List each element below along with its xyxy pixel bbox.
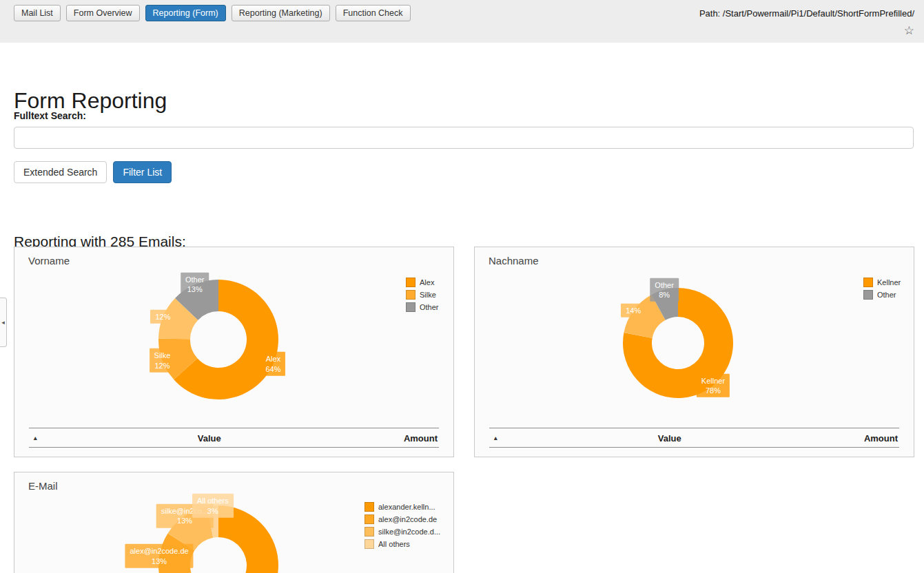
- legend-swatch-icon: [365, 514, 374, 524]
- chart-table-header: ▴ Value Amount: [29, 428, 439, 448]
- legend-item: All others: [365, 539, 440, 549]
- module-tabs: Mail List Form Overview Reporting (Form)…: [14, 5, 411, 21]
- frame-collapse-handle[interactable]: ◂: [0, 298, 7, 347]
- tab-mail-list[interactable]: Mail List: [14, 5, 61, 21]
- app-window: Mail List Form Overview Reporting (Form)…: [0, 0, 924, 573]
- slice-label: alex@in2code.de13%: [125, 544, 193, 568]
- legend-swatch-icon: [365, 502, 374, 512]
- legend-label: Silke: [420, 291, 436, 299]
- tab-form-overview[interactable]: Form Overview: [66, 5, 140, 21]
- slice-label: 12%: [150, 310, 175, 324]
- legend-label: Alex: [420, 278, 434, 286]
- legend-swatch-icon: [406, 278, 415, 287]
- slice-label: Alex64%: [260, 352, 285, 376]
- filter-list-button[interactable]: Filter List: [113, 161, 172, 183]
- search-buttons: Extended Search Filter List: [14, 161, 172, 183]
- legend-label: All others: [378, 540, 410, 548]
- legend-swatch-icon: [863, 290, 873, 300]
- legend-item: Kellner: [863, 278, 901, 287]
- legend-swatch-icon: [365, 539, 374, 549]
- chart-title: Nachname: [489, 255, 539, 267]
- chart-panel-vorname: Vorname AlexSilkeOther ▴ Value Amount Al…: [14, 247, 454, 457]
- favorite-star-icon[interactable]: ☆: [904, 25, 914, 37]
- legend-label: silke@in2code.d...: [378, 528, 440, 536]
- legend-label: Other: [420, 303, 439, 311]
- sort-asc-icon[interactable]: ▴: [494, 435, 497, 441]
- legend-item: silke@in2code.d...: [365, 527, 440, 536]
- slice-label: Other13%: [181, 273, 209, 297]
- chart-legend: alexander.kelln...alex@in2code.desilke@i…: [365, 502, 440, 552]
- tab-reporting-marketing[interactable]: Reporting (Marketing): [232, 5, 330, 21]
- column-header-amount[interactable]: Amount: [864, 433, 898, 443]
- chart-table-header: ▴ Value Amount: [489, 428, 899, 448]
- legend-item: alexander.kelln...: [365, 502, 440, 512]
- legend-item: Other: [863, 290, 901, 300]
- module-topbar: Mail List Form Overview Reporting (Form)…: [0, 0, 924, 43]
- column-header-value[interactable]: Value: [198, 433, 221, 443]
- legend-swatch-icon: [863, 278, 873, 287]
- fulltext-search-input[interactable]: [14, 127, 914, 149]
- legend-item: Other: [406, 302, 439, 312]
- slice-label: 14%: [621, 304, 646, 317]
- chart-panel-nachname: Nachname KellnerOther ▴ Value Amount Kel…: [474, 247, 914, 457]
- legend-item: alex@in2code.de: [365, 514, 440, 524]
- legend-swatch-icon: [365, 527, 374, 536]
- slice-label: All others3%: [192, 494, 234, 518]
- slice-label: Kellner78%: [697, 373, 730, 397]
- tab-function-check[interactable]: Function Check: [336, 5, 411, 21]
- legend-label: Kellner: [877, 278, 901, 286]
- legend-item: Alex: [406, 278, 439, 287]
- slice-label: Other8%: [650, 278, 679, 302]
- extended-search-button[interactable]: Extended Search: [14, 161, 107, 183]
- chart-legend: AlexSilkeOther: [406, 278, 439, 315]
- column-header-amount[interactable]: Amount: [404, 433, 438, 443]
- chart-title: E-Mail: [28, 480, 58, 492]
- chart-panel-email: E-Mail alexander.kelln...alex@in2code.de…: [14, 472, 454, 573]
- fulltext-search-label: Fulltext Search:: [14, 110, 86, 121]
- chart-title: Vorname: [28, 255, 70, 267]
- legend-swatch-icon: [406, 302, 415, 312]
- column-header-value[interactable]: Value: [658, 433, 681, 443]
- donut-chart-nachname: [475, 247, 914, 457]
- legend-swatch-icon: [406, 290, 415, 300]
- breadcrumb-path: Path: /Start/Powermail/Pi1/Default/Short…: [699, 8, 914, 19]
- legend-item: Silke: [406, 290, 439, 300]
- sort-asc-icon[interactable]: ▴: [34, 435, 37, 441]
- donut-chart-vorname: [14, 247, 453, 457]
- legend-label: alex@in2code.de: [378, 515, 437, 523]
- chart-legend: KellnerOther: [863, 278, 901, 302]
- slice-label: Silke12%: [150, 348, 176, 373]
- legend-label: alexander.kelln...: [378, 503, 435, 511]
- legend-label: Other: [877, 291, 896, 299]
- tab-reporting-form[interactable]: Reporting (Form): [145, 5, 226, 21]
